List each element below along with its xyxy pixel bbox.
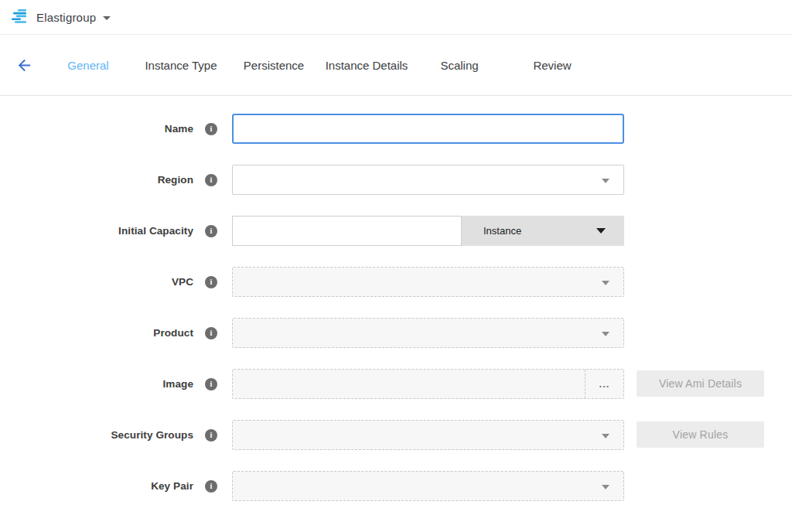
- info-icon[interactable]: i: [205, 429, 217, 442]
- tab-review[interactable]: Review: [506, 59, 599, 72]
- security-groups-label: Security Groups: [0, 429, 193, 441]
- info-icon[interactable]: i: [205, 225, 217, 237]
- name-input[interactable]: [232, 114, 624, 144]
- security-groups-select-disabled: [232, 420, 624, 450]
- initial-capacity-label: Initial Capacity: [0, 225, 193, 237]
- chevron-down-icon: [602, 332, 609, 336]
- name-label: Name: [0, 123, 193, 135]
- security-groups-row: Security Groups i View Rules: [0, 420, 792, 450]
- key-pair-row: Key Pair i: [0, 471, 792, 501]
- region-label: Region: [0, 174, 193, 186]
- view-ami-details-button: View Ami Details: [637, 370, 764, 397]
- tab-scaling[interactable]: Scaling: [413, 59, 506, 72]
- wizard-tabs: General Instance Type Persistence Instan…: [42, 59, 599, 72]
- tab-general[interactable]: General: [42, 59, 135, 72]
- info-icon[interactable]: i: [205, 480, 217, 493]
- capacity-unit-select[interactable]: Instance: [462, 216, 624, 246]
- capacity-unit-value: Instance: [483, 225, 521, 237]
- vpc-label: VPC: [0, 276, 193, 288]
- vpc-row: VPC i: [0, 267, 792, 297]
- chevron-down-icon: [602, 179, 609, 183]
- info-icon[interactable]: i: [205, 327, 217, 339]
- region-row: Region i: [0, 165, 792, 195]
- image-label: Image: [0, 378, 193, 390]
- tab-persistence[interactable]: Persistence: [227, 59, 320, 72]
- initial-capacity-input[interactable]: [232, 216, 462, 246]
- chevron-down-icon: [602, 434, 609, 438]
- wizard-tab-bar: General Instance Type Persistence Instan…: [0, 35, 792, 96]
- info-icon[interactable]: i: [205, 123, 217, 135]
- chevron-down-icon: [602, 281, 609, 285]
- product-select-disabled: [232, 318, 624, 348]
- general-settings-form: Name i Region i Initial Capacity i Insta…: [0, 96, 792, 501]
- image-select-disabled: ...: [232, 369, 624, 399]
- product-switcher-label[interactable]: Elastigroup: [36, 11, 96, 24]
- info-icon[interactable]: i: [205, 276, 217, 288]
- top-bar: Elastigroup: [0, 0, 792, 35]
- elastigroup-logo-icon: [11, 9, 29, 26]
- chevron-down-icon: [596, 228, 606, 234]
- info-icon[interactable]: i: [205, 174, 217, 186]
- browse-image-button: ...: [585, 370, 623, 398]
- product-label: Product: [0, 327, 193, 339]
- back-arrow-icon[interactable]: [15, 56, 33, 74]
- key-pair-select-disabled: [232, 471, 624, 501]
- tab-instance-type[interactable]: Instance Type: [135, 59, 227, 72]
- chevron-down-icon[interactable]: [103, 16, 111, 20]
- product-row: Product i: [0, 318, 792, 348]
- name-row: Name i: [0, 114, 792, 144]
- view-rules-button: View Rules: [637, 421, 764, 448]
- image-row: Image i ... View Ami Details: [0, 369, 792, 399]
- info-icon[interactable]: i: [205, 378, 217, 390]
- image-input-disabled: [233, 370, 585, 398]
- tab-instance-details[interactable]: Instance Details: [320, 59, 413, 72]
- vpc-select-disabled: [232, 267, 624, 297]
- initial-capacity-row: Initial Capacity i Instance: [0, 216, 792, 246]
- chevron-down-icon: [602, 485, 609, 489]
- key-pair-label: Key Pair: [0, 480, 193, 492]
- region-select[interactable]: [232, 165, 624, 195]
